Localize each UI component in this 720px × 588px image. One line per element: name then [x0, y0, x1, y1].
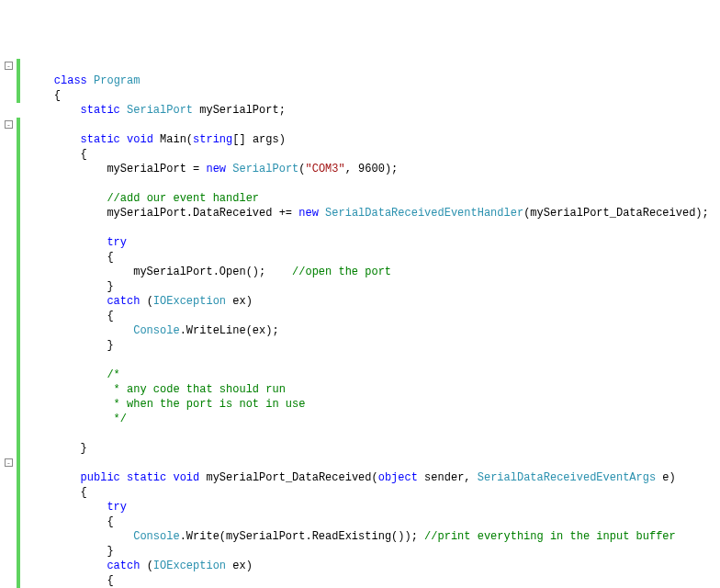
type-name: Console — [133, 530, 179, 543]
line: { — [28, 251, 114, 264]
line: } — [28, 280, 114, 293]
line: * any code that should run — [28, 383, 286, 396]
line: } — [28, 339, 114, 352]
punct: ( — [140, 560, 152, 572]
punct: ( — [372, 471, 378, 484]
line — [28, 457, 34, 469]
keyword: class — [54, 74, 87, 87]
keyword: catch — [107, 295, 140, 308]
comment: */ — [107, 413, 127, 425]
text: sender, — [418, 471, 478, 484]
keyword: public — [81, 471, 120, 484]
line: mySerialPort = new SerialPort("COM3", 96… — [28, 163, 398, 175]
identifier: Main — [160, 133, 186, 146]
text: mySerialPort.Open(); — [133, 266, 292, 278]
fold-toggle-icon[interactable]: - — [5, 458, 13, 467]
line: Console.WriteLine(ex); — [28, 324, 279, 337]
code-editor[interactable]: - - - class Program { static SerialPort … — [0, 59, 720, 588]
line: { — [28, 486, 87, 499]
fold-toggle-icon[interactable]: - — [5, 120, 13, 129]
punct: ( — [140, 295, 152, 308]
brace: } — [107, 545, 113, 558]
punct: [] args) — [232, 133, 286, 146]
change-marker-gutter — [17, 59, 22, 588]
type-name: Program — [94, 74, 140, 87]
punct: , 9600); — [345, 163, 399, 175]
fold-gutter: - - - — [0, 59, 17, 588]
keyword: static — [81, 133, 120, 146]
brace: } — [107, 280, 113, 293]
comment: //add our event handler — [107, 192, 259, 205]
identifier: mySerialPort — [199, 104, 278, 117]
line: mySerialPort.DataReceived += new SerialD… — [28, 207, 709, 220]
keyword: static — [81, 104, 120, 117]
line — [28, 119, 34, 131]
line — [28, 221, 34, 234]
line: mySerialPort.Open(); //open the port — [28, 266, 391, 278]
type-name: SerialDataReceivedEventArgs — [478, 471, 656, 484]
line: { — [28, 310, 114, 322]
line: try — [28, 501, 127, 514]
type-name: SerialPort — [127, 104, 193, 117]
comment: //open the port — [292, 266, 391, 278]
line: } — [28, 442, 87, 455]
brace: { — [107, 251, 113, 264]
identifier: mySerialPort_DataReceived — [206, 471, 371, 484]
text: ex) — [226, 560, 253, 572]
comment: * any code that should run — [107, 383, 285, 396]
line: /* — [28, 368, 120, 381]
line: * when the port is not in use — [28, 398, 305, 411]
line: { — [28, 574, 114, 587]
punct: ( — [186, 133, 193, 146]
keyword: string — [193, 133, 232, 146]
brace: { — [81, 148, 87, 161]
keyword: new — [206, 163, 226, 175]
change-marker — [17, 118, 20, 588]
line: catch (IOException ex) — [28, 560, 253, 572]
text: mySerialPort = — [107, 163, 206, 175]
string-literal: "COM3" — [305, 163, 344, 175]
type-name: IOException — [153, 560, 226, 572]
text: .WriteLine(ex); — [180, 324, 279, 337]
keyword: static — [127, 471, 166, 484]
type-name: Console — [133, 324, 179, 337]
line: { — [28, 148, 87, 161]
brace: { — [54, 89, 61, 102]
code-content[interactable]: class Program { static SerialPort mySeri… — [24, 59, 709, 588]
punct: ; — [279, 104, 286, 117]
keyword: void — [127, 133, 153, 146]
brace: { — [107, 310, 113, 322]
line: { — [28, 515, 114, 528]
line: public static void mySerialPort_DataRece… — [28, 471, 676, 484]
keyword: try — [107, 236, 127, 249]
line: try — [28, 236, 127, 249]
keyword: new — [298, 207, 319, 220]
line — [28, 354, 34, 367]
text: .Write(mySerialPort.ReadExisting()); — [180, 530, 424, 543]
comment: //print everything in the input buffer — [424, 530, 676, 543]
brace: { — [107, 574, 113, 587]
keyword: try — [107, 501, 127, 514]
change-marker — [17, 59, 20, 103]
keyword: object — [378, 471, 418, 484]
brace: } — [107, 339, 113, 352]
brace: } — [81, 442, 87, 455]
text: ex) — [226, 295, 253, 308]
comment: /* — [107, 368, 119, 381]
line: static void Main(string[] args) — [28, 133, 286, 146]
text: (mySerialPort_DataReceived); — [523, 207, 709, 220]
line: //add our event handler — [28, 192, 259, 205]
line: Console.Write(mySerialPort.ReadExisting(… — [28, 530, 676, 543]
type-name: SerialDataReceivedEventHandler — [325, 207, 523, 220]
line: catch (IOException ex) — [28, 295, 253, 308]
type-name: IOException — [153, 295, 226, 308]
keyword: void — [173, 471, 199, 484]
fold-toggle-icon[interactable]: - — [5, 62, 13, 70]
line: } — [28, 545, 114, 558]
comment: * when the port is not in use — [107, 398, 305, 411]
line — [28, 177, 34, 190]
brace: { — [107, 515, 113, 528]
line: class Program — [28, 74, 140, 87]
text: e) — [656, 471, 676, 484]
line: */ — [28, 413, 127, 425]
